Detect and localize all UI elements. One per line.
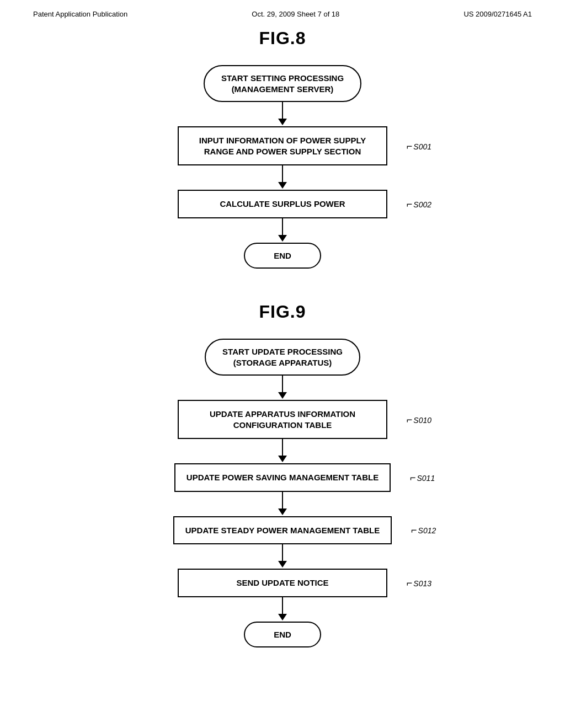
fig9-s011-wrapper: UPDATE POWER SAVING MANAGEMENT TABLE S01…	[174, 463, 391, 492]
fig9-s011-label: S011	[410, 472, 435, 483]
fig8-start-wrapper: START SETTING PROCESSING(MANAGEMENT SERV…	[204, 65, 361, 102]
fig8-s002-node: CALCULATE SURPLUS POWER	[178, 190, 387, 218]
fig9-arrow-4	[278, 544, 287, 569]
fig8-title: FIG.8	[0, 28, 565, 49]
fig8-s002-wrapper: CALCULATE SURPLUS POWER S002	[178, 190, 387, 218]
fig9-s012-label: S012	[411, 524, 436, 536]
fig9-s012-node: UPDATE STEADY POWER MANAGEMENT TABLE	[173, 516, 392, 545]
header-right: US 2009/0271645 A1	[463, 10, 532, 18]
fig8-end-node: END	[244, 243, 321, 269]
fig8-end-wrapper: END	[244, 243, 321, 269]
fig9-s013-label: S013	[407, 577, 431, 588]
fig9-flowchart: START UPDATE PROCESSING(STORAGE APPARATU…	[0, 339, 565, 647]
fig9-s010-wrapper: UPDATE APPARATUS INFORMATIONCONFIGURATIO…	[178, 400, 387, 439]
header-middle: Oct. 29, 2009 Sheet 7 of 18	[252, 10, 339, 18]
fig9-s011-node: UPDATE POWER SAVING MANAGEMENT TABLE	[174, 463, 391, 492]
fig8-arrow-3	[278, 218, 287, 243]
fig9-s012-wrapper: UPDATE STEADY POWER MANAGEMENT TABLE S01…	[173, 516, 392, 545]
fig9-s010-node: UPDATE APPARATUS INFORMATIONCONFIGURATIO…	[178, 400, 387, 439]
fig9-s013-wrapper: SEND UPDATE NOTICE S013	[178, 569, 387, 597]
fig9-arrow-2	[278, 439, 287, 463]
fig9-end-node: END	[244, 622, 321, 648]
fig9-arrow-1	[278, 376, 287, 400]
fig9-title: FIG.9	[0, 302, 565, 322]
fig9-start-wrapper: START UPDATE PROCESSING(STORAGE APPARATU…	[205, 339, 360, 376]
fig8-s002-label: S002	[407, 198, 431, 210]
page-header: Patent Application Publication Oct. 29, …	[0, 0, 565, 18]
fig9-arrow-5	[278, 597, 287, 622]
fig8-flowchart: START SETTING PROCESSING(MANAGEMENT SERV…	[0, 65, 565, 269]
fig8-s001-wrapper: INPUT INFORMATION OF POWER SUPPLYRANGE A…	[178, 126, 387, 165]
fig8-arrow-1	[278, 102, 287, 126]
fig8-start-node: START SETTING PROCESSING(MANAGEMENT SERV…	[204, 65, 361, 102]
fig9-start-node: START UPDATE PROCESSING(STORAGE APPARATU…	[205, 339, 360, 376]
header-left: Patent Application Publication	[33, 10, 127, 18]
fig9-arrow-3	[278, 492, 287, 516]
fig9-s013-node: SEND UPDATE NOTICE	[178, 569, 387, 597]
fig8-s001-node: INPUT INFORMATION OF POWER SUPPLYRANGE A…	[178, 126, 387, 165]
fig8-arrow-2	[278, 165, 287, 190]
fig8-s001-label: S001	[407, 140, 431, 152]
fig9-s010-label: S010	[407, 414, 431, 425]
fig9-end-wrapper: END	[244, 622, 321, 648]
